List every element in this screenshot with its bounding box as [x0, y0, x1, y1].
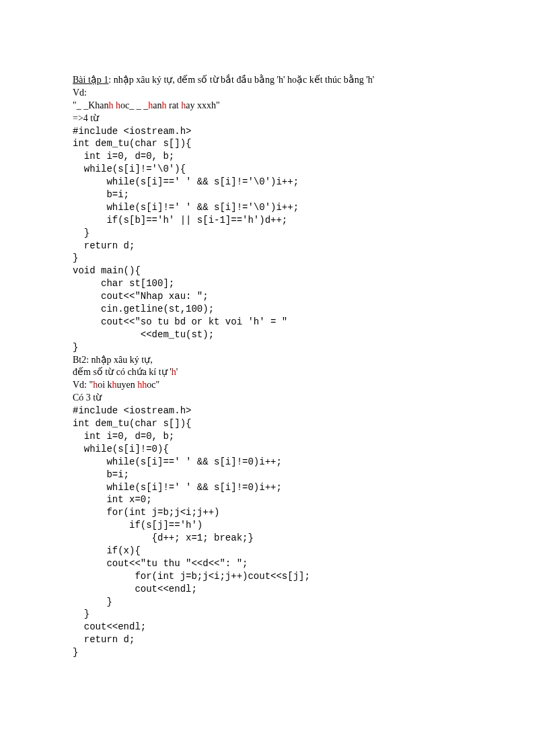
code-line: cout<<"Nhap xau: ";: [73, 290, 476, 303]
bt1-desc: : nhập xâu ký tự, đếm số từ bắt đầu bằng…: [108, 75, 374, 85]
bt1-vd-label: Vd:: [73, 87, 476, 100]
bt1-title-line: Bài tập 1: nhập xâu ký tự, đếm số từ bắt…: [73, 74, 476, 87]
code-line: int dem_tu(char s[]){: [73, 137, 476, 150]
code-line: cout<<"tu thu "<<d<<": ";: [73, 557, 476, 570]
bt1-vd-text: "_ _Khanh hoc_ _ _hanh rat hay xxxh": [73, 100, 476, 112]
code-line: cout<<"so tu bd or kt voi 'h' = ": [73, 316, 476, 329]
code-line: }: [73, 341, 476, 354]
code-line: }: [73, 227, 476, 240]
code-line: #include <iostream.h>: [73, 405, 476, 417]
code-line: if(s[j]=='h'): [73, 519, 476, 532]
code-line: return d;: [73, 633, 476, 646]
code-line: cin.getline(st,100);: [73, 303, 476, 316]
bt2-vd-text: Vd: "hoi khuyen hhoc": [73, 379, 476, 392]
code-line: }: [73, 252, 476, 265]
bt2-desc-line: đếm số từ có chứa kí tự 'h': [73, 366, 476, 379]
code-line: b=i;: [73, 469, 476, 481]
code-line: for(int j=b;j<i;j++): [73, 506, 476, 519]
code-line: if(s[b]=='h' || s[i-1]=='h')d++;: [73, 214, 476, 227]
code-line: cout<<endl;: [73, 621, 476, 633]
bt2-count: Có 3 từ: [73, 392, 476, 405]
code-line: while(s[i]!=0){: [73, 443, 476, 456]
code-line: char st[100];: [73, 277, 476, 290]
code-line: while(s[i]!=' ' && s[i]!=0)i++;: [73, 481, 476, 494]
code-line: while(s[i]==' ' && s[i]!='\0')i++;: [73, 176, 476, 188]
code-line: void main(){: [73, 265, 476, 277]
code-line: if(x){: [73, 545, 476, 557]
code-line: #include <iostream.h>: [73, 125, 476, 138]
code-line: cout<<endl;: [73, 583, 476, 596]
bt1-result: =>4 từ: [73, 112, 476, 125]
code-line: int x=0;: [73, 493, 476, 506]
bt2-title: Bt2: nhập xâu ký tự,: [73, 354, 476, 367]
code-line: while(s[i]!='\0'){: [73, 163, 476, 176]
code-line: {d++; x=1; break;}: [73, 532, 476, 545]
bt1-title: Bài tập 1: [73, 75, 108, 85]
code-line: while(s[i]!=' ' && s[i]!='\0')i++;: [73, 201, 476, 214]
code-line: int dem_tu(char s[]){: [73, 417, 476, 430]
document-page: Bài tập 1: nhập xâu ký tự, đếm số từ bắt…: [0, 0, 549, 756]
code-line: }: [73, 596, 476, 609]
code-line: <<dem_tu(st);: [73, 329, 476, 341]
code-line: while(s[i]==' ' && s[i]!=0)i++;: [73, 456, 476, 469]
code-line: b=i;: [73, 188, 476, 201]
code-line: return d;: [73, 240, 476, 252]
code-line: }: [73, 646, 476, 659]
code-line: }: [73, 608, 476, 621]
code-line: int i=0, d=0, b;: [73, 430, 476, 443]
code-line: for(int j=b;j<i;j++)cout<<s[j];: [73, 570, 476, 583]
code-line: int i=0, d=0, b;: [73, 150, 476, 163]
